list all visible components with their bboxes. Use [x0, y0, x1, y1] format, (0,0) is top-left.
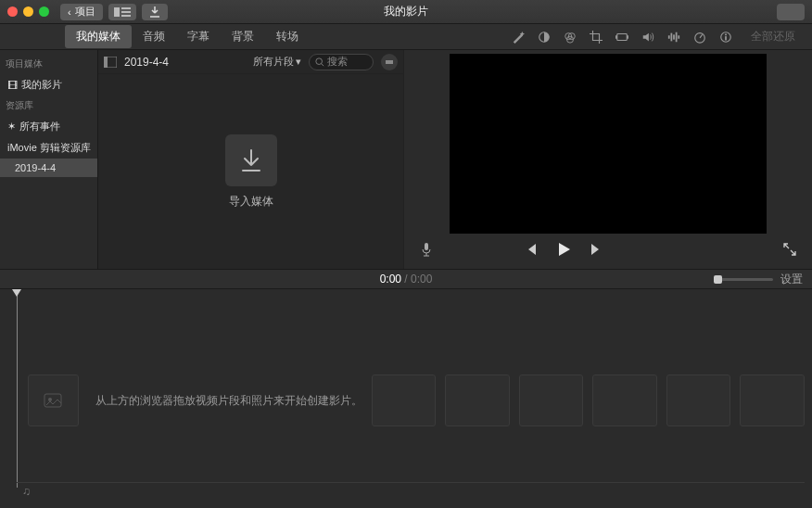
tab-backgrounds[interactable]: 背景	[221, 25, 265, 48]
enhance-wand-icon[interactable]	[512, 31, 525, 44]
tab-titles[interactable]: 字幕	[176, 25, 221, 48]
play-button[interactable]	[554, 240, 573, 259]
svg-rect-1	[121, 7, 131, 9]
svg-rect-2	[121, 11, 131, 13]
svg-rect-11	[668, 35, 670, 39]
fullscreen-button[interactable]	[782, 242, 797, 257]
svg-rect-9	[615, 35, 617, 39]
window-zoom-button[interactable]	[39, 6, 49, 17]
svg-rect-19	[725, 33, 727, 35]
search-input[interactable]: 搜索	[309, 54, 374, 70]
svg-rect-3	[121, 15, 131, 17]
clip-filter-dropdown[interactable]: 所有片段 ▾	[253, 55, 301, 69]
stabilization-icon[interactable]	[615, 31, 628, 44]
timeline-placeholder-clip	[740, 375, 805, 426]
reset-all-button[interactable]: 全部还原	[751, 29, 795, 44]
chevron-down-icon: ▾	[296, 56, 301, 68]
timeline-placeholder-clip	[666, 375, 731, 426]
volume-icon[interactable]	[641, 31, 654, 44]
go-to-end-button[interactable]	[590, 242, 604, 257]
timeline-placeholder-clip	[592, 375, 657, 426]
back-label: 项目	[75, 5, 95, 19]
star-icon: ✶	[7, 121, 16, 133]
svg-rect-18	[725, 36, 727, 40]
svg-rect-10	[627, 35, 628, 39]
svg-rect-0	[114, 7, 120, 17]
tab-my-media[interactable]: 我的媒体	[65, 25, 132, 48]
sidebar-item-library[interactable]: iMovie 剪辑资源库	[0, 137, 97, 159]
timeline-placeholder-clip	[445, 375, 510, 426]
timeline-placeholder-clip	[28, 375, 79, 426]
timeline-placeholder-clip	[519, 375, 584, 426]
import-button[interactable]	[142, 4, 168, 20]
timeline-placeholder-clip	[372, 375, 437, 426]
import-media-drop-target[interactable]: 导入媒体	[225, 134, 277, 210]
placeholder-clip-icon	[43, 390, 63, 411]
color-correction-icon[interactable]	[564, 31, 577, 44]
tab-audio[interactable]: 音频	[132, 25, 176, 48]
noise-equalizer-icon[interactable]	[667, 31, 680, 44]
timeline-timecode: 0:00 / 0:00	[0, 273, 812, 286]
sidebar-item-all-events[interactable]: ✶ 所有事件	[0, 116, 97, 137]
timeline[interactable]: 从上方的浏览器拖放视频片段和照片来开始创建影片。 ♫	[0, 289, 812, 508]
go-to-start-button[interactable]	[523, 242, 538, 257]
filmstrip-icon: 🎞	[7, 80, 18, 91]
svg-rect-13	[673, 34, 675, 39]
music-note-icon: ♫	[22, 485, 31, 498]
window-minimize-button[interactable]	[23, 6, 33, 17]
sidebar-section-libraries: 资源库	[0, 95, 97, 116]
sidebar-collapse-icon[interactable]	[104, 57, 117, 68]
svg-rect-24	[425, 243, 428, 250]
info-icon[interactable]	[719, 31, 732, 44]
preview-canvas	[450, 54, 767, 234]
back-to-projects-button[interactable]: ‹项目	[60, 4, 103, 20]
color-balance-icon[interactable]	[538, 31, 551, 44]
zoom-slider[interactable]	[714, 278, 773, 281]
library-list-toggle[interactable]	[108, 4, 136, 20]
timeline-empty-hint: 从上方的浏览器拖放视频片段和照片来开始创建影片。	[95, 393, 362, 409]
svg-rect-14	[676, 32, 678, 42]
svg-rect-8	[617, 33, 628, 40]
sidebar-section-project-media: 项目媒体	[0, 54, 97, 74]
import-media-label: 导入媒体	[225, 194, 277, 210]
crop-icon[interactable]	[590, 31, 603, 44]
share-button[interactable]	[777, 4, 805, 20]
svg-rect-23	[386, 60, 393, 64]
speed-icon[interactable]	[693, 31, 706, 44]
audio-track-row[interactable]: ♫	[17, 482, 805, 499]
download-arrow-icon	[237, 146, 265, 174]
svg-rect-15	[678, 35, 679, 39]
playhead[interactable]	[17, 291, 18, 488]
window-close-button[interactable]	[7, 6, 18, 17]
browser-event-name: 2019-4-4	[124, 56, 169, 69]
svg-rect-12	[671, 32, 673, 41]
tab-transitions[interactable]: 转场	[265, 25, 310, 48]
sidebar-item-event-date[interactable]: 2019-4-4	[0, 159, 97, 177]
voiceover-record-button[interactable]	[419, 242, 434, 257]
svg-rect-21	[104, 57, 108, 68]
svg-point-22	[316, 57, 323, 64]
sidebar-item-my-movie[interactable]: 🎞 我的影片	[0, 74, 97, 95]
clip-appearance-button[interactable]	[381, 54, 398, 70]
library-sidebar: 项目媒体 🎞 我的影片 资源库 ✶ 所有事件 iMovie 剪辑资源库 2019…	[0, 50, 98, 269]
